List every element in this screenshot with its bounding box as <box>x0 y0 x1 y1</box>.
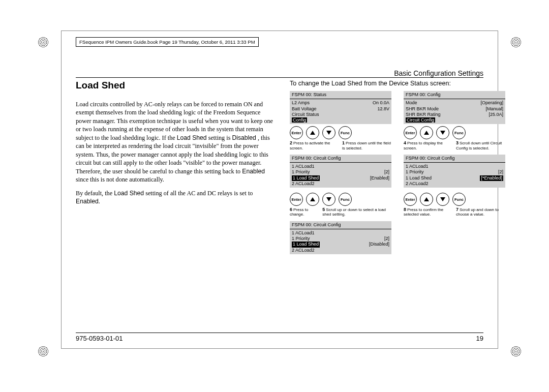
down-icon <box>326 131 331 135</box>
deco-dot <box>510 37 522 48</box>
page-frame: FSequence IPM Owners Guide.book Page 19 … <box>61 31 498 349</box>
func-button[interactable]: Func <box>339 126 352 139</box>
doc-number: 975-0593-01-01 <box>76 335 123 342</box>
enter-button[interactable]: Enter <box>404 193 417 206</box>
func-button[interactable]: Func <box>452 193 466 206</box>
button-row: Enter Func <box>404 193 505 206</box>
up-icon <box>424 197 429 201</box>
device-screen-circuit-config-3: FSPM 00: Circuit Config 1 ACLoad1 1 Prio… <box>290 221 391 254</box>
up-icon <box>310 197 315 201</box>
page-footer: 975-0593-01-01 19 <box>76 333 483 342</box>
enter-button[interactable]: Enter <box>404 126 417 139</box>
header-section: Basic Configuration Settings <box>76 69 483 77</box>
scan-meta: FSequence IPM Owners Guide.book Page 19 … <box>76 37 259 47</box>
down-icon <box>440 131 445 135</box>
down-button[interactable] <box>322 126 336 139</box>
deco-dot <box>38 37 49 48</box>
down-button[interactable] <box>436 126 449 139</box>
up-button[interactable] <box>306 193 319 206</box>
button-row: Enter Func <box>404 126 505 139</box>
device-screen-status: FSPM 00: Status L2 AmpsOn 0.0A Batt Volt… <box>290 91 391 124</box>
button-row: Enter Func <box>290 193 391 206</box>
section-title: Load Shed <box>76 80 277 91</box>
up-button[interactable] <box>420 193 433 206</box>
down-icon <box>326 197 331 201</box>
page-number: 19 <box>476 335 483 342</box>
body-para-1: Load circuits controlled by AC-only rela… <box>76 100 277 184</box>
enter-button[interactable]: Enter <box>290 193 303 206</box>
device-screen-circuit-config-2: FSPM 00: Circuit Config 1 ACLoad1 1 Prio… <box>404 155 505 188</box>
deco-dot <box>38 346 49 357</box>
step-text: 6Press to change. 5Scroll up or down to … <box>290 207 391 217</box>
up-button[interactable] <box>420 126 433 139</box>
step-text: 8Press to confirm the selected value. 7S… <box>404 207 505 217</box>
enter-button[interactable]: Enter <box>290 126 303 139</box>
change-line: To change the Load Shed from the Device … <box>290 80 505 87</box>
button-row: Enter Func <box>290 126 391 139</box>
step-text: 4Press to display the screen. 3Scroll do… <box>404 140 505 150</box>
func-button[interactable]: Func <box>339 193 352 206</box>
step-text: 2Press to activate the screen. 1Press do… <box>290 140 391 150</box>
func-button[interactable]: Func <box>452 126 466 139</box>
deco-dot <box>510 346 522 357</box>
down-button[interactable] <box>436 193 449 206</box>
up-button[interactable] <box>306 126 319 139</box>
down-icon <box>440 197 445 201</box>
up-icon <box>310 131 315 135</box>
body-para-2: By default, the Load Shed setting of all… <box>76 189 277 206</box>
device-screen-config: FSPM 00: Config Mode[Operating] SHR BKR … <box>404 91 505 124</box>
header-rule <box>76 77 483 78</box>
up-icon <box>424 131 429 135</box>
down-button[interactable] <box>322 193 336 206</box>
device-screen-circuit-config-1: FSPM 00: Circuit Config 1 ACLoad1 1 Prio… <box>290 155 391 188</box>
